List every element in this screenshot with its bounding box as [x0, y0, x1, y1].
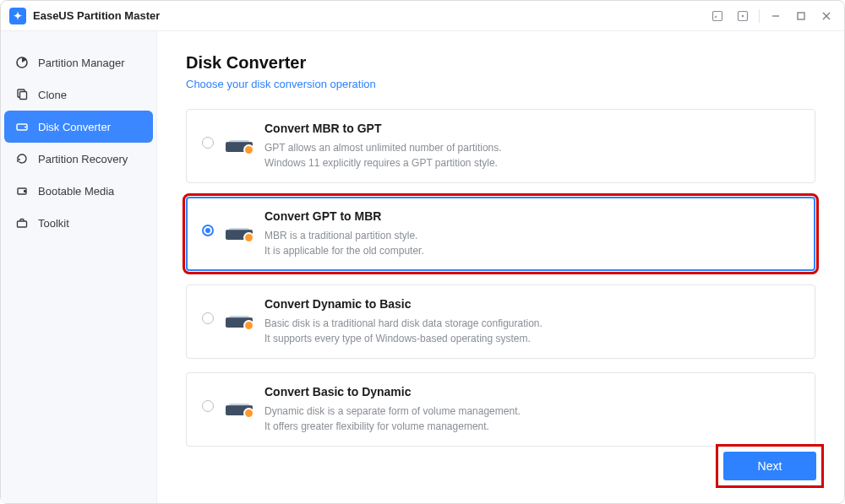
pie-icon	[14, 55, 30, 70]
sidebar-item-label: Partition Recovery	[38, 153, 128, 165]
svg-point-9	[25, 127, 26, 128]
option-mbr-to-gpt[interactable]: Convert MBR to GPT GPT allows an almost …	[186, 109, 815, 183]
close-button[interactable]	[814, 6, 839, 26]
toolbox-icon	[14, 215, 30, 230]
refresh-icon	[14, 151, 30, 166]
sidebar: Partition Manager Clone Disk Converter P…	[1, 31, 157, 503]
radio-icon	[202, 400, 214, 412]
option-title: Convert Basic to Dynamic	[264, 385, 799, 398]
operations-icon[interactable]	[730, 6, 755, 26]
sidebar-item-label: Clone	[38, 89, 67, 101]
next-highlight-box: Next	[716, 444, 824, 488]
minimize-button[interactable]	[763, 6, 788, 26]
titlebar-separator	[759, 9, 760, 23]
radio-icon	[202, 312, 214, 324]
sidebar-item-label: Toolkit	[38, 217, 69, 230]
app-window: ✦ EaseUS Partition Master Partition Mana…	[0, 0, 845, 504]
titlebar: ✦ EaseUS Partition Master	[1, 1, 844, 31]
hdd-icon	[226, 130, 253, 154]
sidebar-item-label: Bootable Media	[38, 185, 114, 198]
option-basic-to-dynamic[interactable]: Convert Basic to Dynamic Dynamic disk is…	[186, 372, 815, 447]
svg-rect-11	[24, 190, 26, 192]
option-line: It is applicable for the old computer.	[264, 243, 799, 258]
sidebar-item-partition-manager[interactable]: Partition Manager	[4, 46, 153, 79]
option-title: Convert MBR to GPT	[264, 122, 799, 135]
svg-rect-0	[713, 11, 722, 20]
option-line: MBR is a traditional partition style.	[264, 228, 799, 243]
usb-icon	[14, 183, 30, 198]
svg-rect-12	[18, 221, 27, 227]
radio-icon	[202, 225, 214, 236]
option-line: Dynamic disk is a separate form of volum…	[264, 404, 799, 419]
option-line: It supports every type of Windows-based …	[264, 331, 799, 346]
next-button[interactable]: Next	[723, 452, 816, 480]
hdd-icon	[226, 218, 253, 241]
svg-rect-7	[20, 92, 27, 100]
copy-icon	[14, 87, 30, 102]
app-logo-icon: ✦	[9, 8, 26, 24]
footer: Next	[716, 444, 824, 488]
option-line: Windows 11 explicitly requires a GPT par…	[264, 155, 799, 171]
radio-icon	[202, 137, 214, 149]
disk-icon	[14, 119, 30, 134]
page-subtitle: Choose your disk conversion operation	[186, 78, 815, 90]
option-line: It offers greater flexibility for volume…	[264, 419, 799, 434]
option-line: Basic disk is a traditional hard disk da…	[264, 316, 799, 331]
option-gpt-to-mbr[interactable]: Convert GPT to MBR MBR is a traditional …	[186, 197, 815, 271]
sidebar-item-clone[interactable]: Clone	[4, 79, 153, 111]
hdd-icon	[226, 393, 253, 417]
option-dynamic-to-basic[interactable]: Convert Dynamic to Basic Basic disk is a…	[186, 285, 815, 359]
sidebar-item-disk-converter[interactable]: Disk Converter	[4, 111, 153, 143]
option-line: GPT allows an almost unlimited number of…	[264, 140, 799, 155]
window-title: EaseUS Partition Master	[33, 9, 160, 22]
sidebar-item-bootable-media[interactable]: Bootable Media	[4, 175, 153, 207]
sidebar-item-label: Disk Converter	[38, 121, 111, 133]
tasklist-icon[interactable]	[705, 6, 730, 26]
option-title: Convert Dynamic to Basic	[264, 297, 799, 311]
maximize-button[interactable]	[788, 6, 814, 26]
sidebar-item-toolkit[interactable]: Toolkit	[4, 207, 153, 239]
svg-point-2	[742, 14, 744, 16]
svg-rect-4	[798, 13, 804, 19]
hdd-icon	[226, 306, 253, 329]
page-title: Disk Converter	[186, 53, 815, 73]
main-panel: Disk Converter Choose your disk conversi…	[157, 31, 844, 503]
sidebar-item-label: Partition Manager	[38, 57, 125, 69]
sidebar-item-partition-recovery[interactable]: Partition Recovery	[4, 143, 153, 175]
option-list: Convert MBR to GPT GPT allows an almost …	[186, 109, 815, 447]
option-title: Convert GPT to MBR	[264, 209, 799, 223]
